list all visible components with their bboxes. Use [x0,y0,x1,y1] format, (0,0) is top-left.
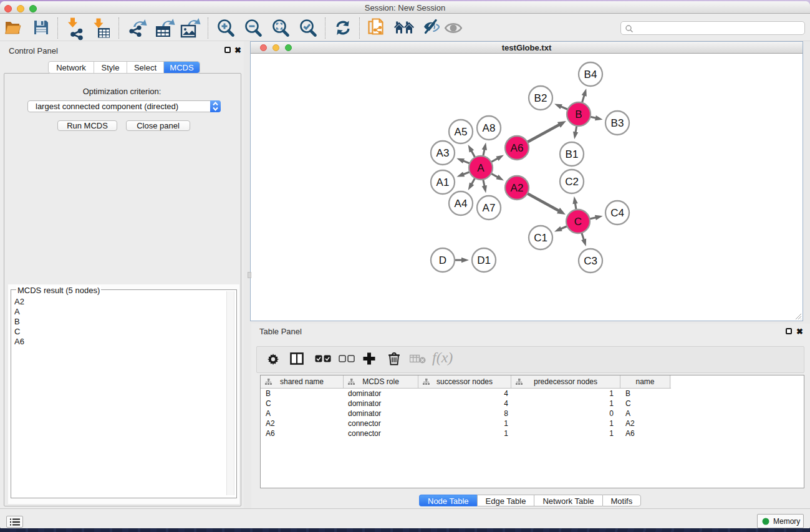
svg-text:A8: A8 [483,122,496,134]
svg-text:C: C [574,216,582,228]
svg-text:A5: A5 [455,126,468,138]
svg-text:C1: C1 [534,232,547,244]
svg-text:D1: D1 [477,254,491,266]
svg-text:B1: B1 [566,148,579,160]
svg-text:C4: C4 [610,207,624,219]
svg-text:C3: C3 [584,255,597,267]
svg-text:B: B [575,109,582,120]
svg-text:A1: A1 [436,177,450,188]
svg-text:B2: B2 [534,92,547,104]
svg-text:A6: A6 [511,142,524,154]
svg-text:A: A [477,162,485,174]
svg-text:A4: A4 [455,198,468,210]
svg-text:A3: A3 [436,147,450,159]
svg-text:D: D [439,254,446,266]
svg-text:B4: B4 [584,69,597,80]
svg-text:A2: A2 [511,182,524,194]
svg-text:A7: A7 [483,202,496,214]
svg-text:B3: B3 [611,117,624,129]
svg-text:C2: C2 [565,176,579,188]
